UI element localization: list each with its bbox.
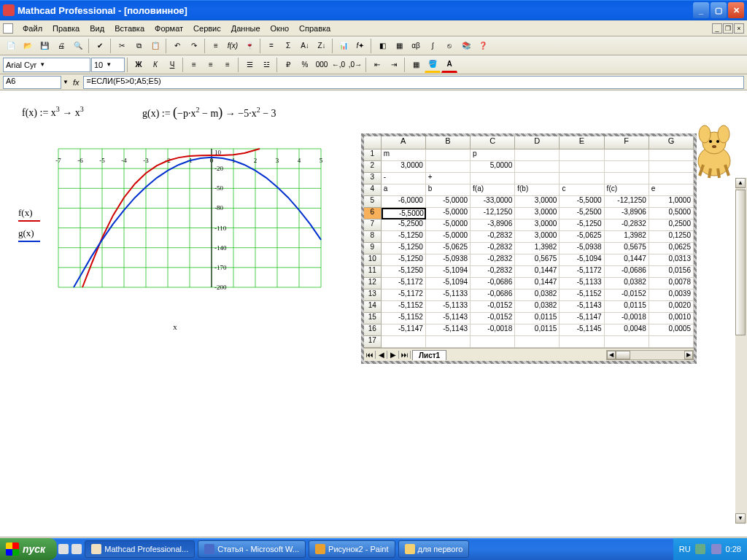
- taskbar-item[interactable]: для первого: [398, 540, 470, 558]
- inc-indent-icon[interactable]: ⇥: [386, 57, 402, 73]
- excel-cell[interactable]: -33,0000: [471, 196, 515, 208]
- percent-icon[interactable]: %: [297, 57, 313, 73]
- excel-row-header[interactable]: 6: [364, 208, 382, 219]
- excel-row-header[interactable]: 12: [364, 278, 382, 289]
- new-icon[interactable]: 📄: [3, 38, 19, 54]
- excel-cell[interactable]: [649, 336, 694, 348]
- excel-cell[interactable]: 0,2500: [649, 219, 694, 231]
- excel-sheet-tab[interactable]: Лист1: [412, 350, 446, 360]
- excel-cell[interactable]: f(a): [471, 184, 515, 196]
- fill-color-icon[interactable]: 🪣: [425, 57, 441, 73]
- excel-col-C[interactable]: C: [471, 136, 515, 149]
- excel-cell[interactable]: [426, 161, 471, 173]
- excel-cell[interactable]: 5,0000: [471, 161, 515, 173]
- excel-cell[interactable]: 0,1447: [605, 254, 649, 266]
- excel-cell[interactable]: 0,0156: [649, 266, 694, 278]
- excel-cell[interactable]: [382, 336, 426, 348]
- dec-decimal-icon[interactable]: ,0→: [347, 57, 363, 73]
- excel-cell[interactable]: -0,2832: [471, 243, 515, 254]
- vertical-scrollbar[interactable]: ▲ ▼: [735, 178, 747, 524]
- align-icon[interactable]: ≡: [208, 38, 224, 54]
- menu-format[interactable]: Формат: [150, 23, 188, 34]
- bold-icon[interactable]: Ж: [131, 57, 147, 73]
- excel-cell[interactable]: -5,0938: [560, 243, 604, 254]
- menu-data[interactable]: Данные: [226, 23, 266, 34]
- excel-cell[interactable]: 0,0382: [515, 289, 560, 301]
- scroll-down-icon[interactable]: ▼: [735, 513, 746, 524]
- excel-row-header[interactable]: 2: [364, 161, 382, 173]
- maximize-button[interactable]: ▢: [711, 2, 727, 18]
- tray-icon[interactable]: [711, 544, 721, 554]
- save-icon[interactable]: 💾: [36, 38, 53, 54]
- excel-cell[interactable]: -0,0686: [605, 266, 649, 278]
- italic-icon[interactable]: К: [147, 57, 163, 73]
- spellcheck-icon[interactable]: ✔: [92, 38, 108, 54]
- dec-indent-icon[interactable]: ⇤: [369, 57, 385, 73]
- excel-row-header[interactable]: 9: [364, 243, 382, 254]
- excel-cell[interactable]: [649, 149, 694, 161]
- excel-cell[interactable]: [560, 336, 604, 348]
- tray-icon[interactable]: [695, 544, 705, 554]
- excel-cell[interactable]: f(b): [515, 184, 560, 196]
- excel-cell[interactable]: [649, 161, 694, 173]
- preview-icon[interactable]: 🔍: [70, 38, 86, 54]
- excel-cell[interactable]: 0,1447: [515, 278, 560, 289]
- excel-cell[interactable]: [515, 161, 560, 173]
- excel-cell[interactable]: 0,0625: [649, 243, 694, 254]
- help-icon[interactable]: ❓: [475, 38, 491, 54]
- menu-help[interactable]: Справка: [294, 23, 336, 34]
- excel-cell[interactable]: 0,0382: [515, 301, 560, 313]
- excel-row-header[interactable]: 15: [364, 313, 382, 324]
- menu-insert[interactable]: Вставка: [109, 23, 150, 34]
- excel-row-header[interactable]: 5: [364, 196, 382, 208]
- menu-service[interactable]: Сервис: [188, 23, 226, 34]
- undo-icon[interactable]: ↶: [169, 38, 185, 54]
- excel-cell[interactable]: 3,0000: [515, 231, 560, 243]
- excel-cell[interactable]: [605, 173, 649, 184]
- currency-icon[interactable]: ₽: [280, 57, 296, 73]
- align-left-icon[interactable]: ≡: [186, 57, 202, 73]
- excel-cell[interactable]: 0,0313: [649, 254, 694, 266]
- excel-cell[interactable]: -5,1152: [382, 301, 426, 313]
- excel-cell[interactable]: 0,0115: [515, 324, 560, 336]
- excel-cell[interactable]: 0,0382: [605, 278, 649, 289]
- excel-cell[interactable]: -5,1147: [560, 313, 604, 324]
- excel-cell[interactable]: -5,1250: [382, 266, 426, 278]
- scroll-left-icon[interactable]: ◀: [607, 351, 616, 359]
- excel-cell[interactable]: [471, 336, 515, 348]
- excel-cell[interactable]: 0,0115: [515, 313, 560, 324]
- excel-cell[interactable]: 1,3982: [605, 231, 649, 243]
- bullets-icon[interactable]: ☰: [241, 57, 258, 73]
- excel-cell[interactable]: -0,2832: [471, 254, 515, 266]
- excel-nav-prev[interactable]: ◀: [376, 351, 387, 359]
- excel-cell[interactable]: -5,0000: [426, 231, 471, 243]
- font-size-dropdown[interactable]: 10▼: [91, 58, 125, 72]
- excel-col-A[interactable]: A: [382, 136, 426, 149]
- paste-icon[interactable]: 📋: [147, 38, 163, 54]
- excel-cell[interactable]: [605, 149, 649, 161]
- excel-cell[interactable]: -5,1133: [426, 301, 471, 313]
- cut-icon[interactable]: ✂: [114, 38, 130, 54]
- excel-col-F[interactable]: F: [605, 136, 649, 149]
- excel-cell[interactable]: -5,1133: [560, 278, 604, 289]
- excel-cell[interactable]: 0,5675: [515, 254, 560, 266]
- align-right-icon[interactable]: ≡: [220, 57, 236, 73]
- excel-row-header[interactable]: 17: [364, 336, 382, 348]
- excel-cell[interactable]: -5,1143: [560, 301, 604, 313]
- excel-cell[interactable]: 1,0000: [649, 196, 694, 208]
- excel-cell[interactable]: -12,1250: [605, 196, 649, 208]
- formula-icon[interactable]: f✦: [352, 38, 368, 54]
- excel-cell[interactable]: [605, 161, 649, 173]
- excel-row-header[interactable]: 4: [364, 184, 382, 196]
- excel-row-header[interactable]: 3: [364, 173, 382, 184]
- unit-icon[interactable]: 🍷: [241, 38, 258, 54]
- excel-cell[interactable]: -5,5000: [382, 208, 426, 219]
- excel-hscroll[interactable]: ◀ ▶: [606, 350, 694, 360]
- tray-clock[interactable]: 0:28: [726, 545, 741, 553]
- excel-cell[interactable]: 0,0039: [649, 289, 694, 301]
- excel-cell[interactable]: 0,0078: [649, 278, 694, 289]
- excel-cell[interactable]: -0,0152: [471, 313, 515, 324]
- open-icon[interactable]: 📂: [20, 38, 36, 54]
- excel-cell[interactable]: p: [471, 149, 515, 161]
- excel-cell[interactable]: c: [560, 184, 604, 196]
